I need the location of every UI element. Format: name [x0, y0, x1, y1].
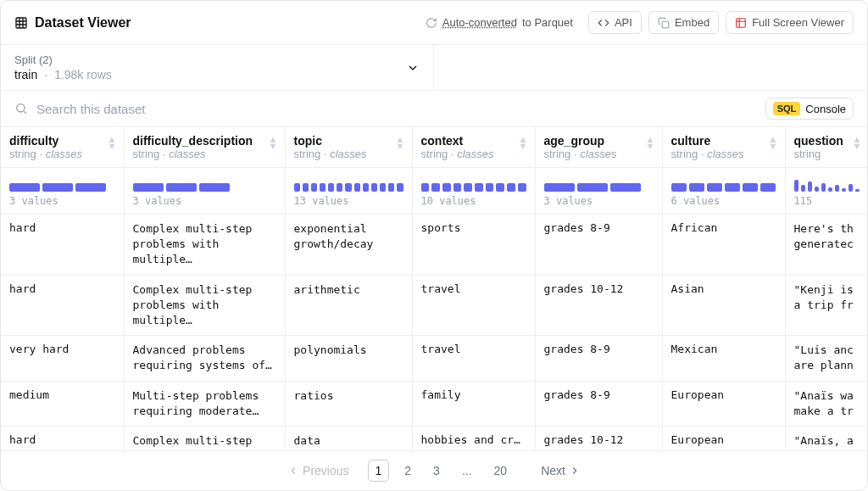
- cell-context: travel: [412, 336, 535, 381]
- column-stats-difficulty[interactable]: 3 values: [1, 168, 124, 215]
- column-type: string · classes: [294, 148, 403, 160]
- values-count: 3 values: [133, 195, 276, 207]
- page-1[interactable]: 1: [368, 460, 390, 482]
- split-rows: 1.98k rows: [54, 68, 112, 81]
- code-icon: [598, 17, 609, 29]
- sort-icon[interactable]: ▲▼: [396, 136, 405, 149]
- page-2[interactable]: 2: [398, 460, 418, 481]
- column-type: string · classes: [671, 148, 776, 160]
- cell-difficulty: very hard: [1, 336, 124, 381]
- embed-button[interactable]: Embed: [648, 11, 719, 34]
- cell-topic: arithmetic: [285, 275, 412, 336]
- column-header-context[interactable]: contextstring · classes▲▼: [412, 127, 535, 168]
- parquet-link[interactable]: Auto-converted to Parquet: [417, 12, 581, 33]
- column-stats-age_group[interactable]: 3 values: [535, 168, 662, 215]
- column-type: string · classes: [421, 148, 526, 160]
- sort-icon[interactable]: ▲▼: [646, 136, 655, 149]
- table-row[interactable]: very hardAdvanced problems requiring sys…: [1, 336, 867, 381]
- sort-icon[interactable]: ▲▼: [519, 136, 528, 149]
- table-row[interactable]: mediumMulti-step problems requiring mode…: [1, 381, 867, 426]
- api-label: API: [615, 16, 632, 29]
- column-stats-difficulty_description[interactable]: 3 values: [124, 168, 285, 215]
- cell-context: hobbies and crafts: [412, 426, 535, 450]
- cell-question: Here's th generatec: [785, 215, 867, 276]
- table-row[interactable]: hardComplex multi-step problems with mul…: [1, 275, 867, 336]
- cell-question: "Kenji is a trip fr: [785, 275, 867, 336]
- cell-culture: Mexican: [662, 336, 785, 381]
- page-20[interactable]: 20: [487, 460, 515, 481]
- dataset-viewer: Dataset Viewer Auto-converted to Parquet…: [0, 0, 868, 491]
- cell-age_group: grades 8-9: [535, 381, 662, 426]
- data-table-wrap: difficultystring · classes▲▼difficulty_d…: [1, 127, 867, 450]
- cell-age_group: grades 8-9: [535, 215, 662, 276]
- column-header-age_group[interactable]: age_groupstring · classes▲▼: [535, 127, 662, 168]
- cell-age_group: grades 8-9: [535, 336, 662, 381]
- cell-culture: African: [662, 215, 785, 276]
- split-right-empty: [434, 45, 867, 90]
- sort-icon[interactable]: ▲▼: [769, 136, 778, 149]
- title-text: Dataset Viewer: [35, 15, 131, 31]
- next-label: Next: [541, 464, 565, 477]
- cell-culture: European: [662, 381, 785, 426]
- sort-icon[interactable]: ▲▼: [108, 136, 117, 149]
- search-row: SQL Console: [1, 91, 867, 127]
- table-grid-icon: [14, 16, 28, 30]
- cell-topic: exponential growth/decay: [285, 215, 412, 276]
- column-header-culture[interactable]: culturestring · classes▲▼: [662, 127, 785, 168]
- svg-rect-5: [662, 21, 669, 28]
- fullscreen-button[interactable]: Full Screen Viewer: [726, 11, 854, 34]
- cell-difficulty_description: Multi-step problems requiring moderate…: [124, 381, 285, 426]
- sql-console-button[interactable]: SQL Console: [765, 98, 854, 120]
- parquet-suffix: to Parquet: [522, 16, 573, 29]
- page-3[interactable]: 3: [426, 460, 447, 481]
- column-stats-culture[interactable]: 6 values: [662, 168, 785, 215]
- column-stats-topic[interactable]: 13 values: [285, 168, 412, 215]
- cell-age_group: grades 10-12: [535, 426, 662, 450]
- column-name: question: [794, 134, 860, 148]
- column-header-difficulty[interactable]: difficultystring · classes▲▼: [1, 127, 124, 168]
- split-selector[interactable]: Split (2) train · 1.98k rows: [1, 45, 434, 90]
- table-row[interactable]: hardComplex multi-step problems with mul…: [1, 215, 867, 276]
- column-header-topic[interactable]: topicstring · classes▲▼: [285, 127, 412, 168]
- refresh-icon: [426, 17, 437, 29]
- chevron-right-icon: [569, 465, 581, 477]
- cell-question: "Anaïs wa make a tr: [785, 381, 867, 426]
- column-stats-row: 3 values3 values13 values10 values3 valu…: [1, 168, 867, 215]
- search-input[interactable]: [36, 102, 757, 116]
- column-header-difficulty_description[interactable]: difficulty_descriptionstring · classes▲▼: [124, 127, 285, 168]
- expand-icon: [735, 17, 747, 29]
- cell-difficulty: medium: [1, 381, 124, 426]
- copy-icon: [658, 17, 670, 29]
- api-button[interactable]: API: [588, 11, 642, 34]
- cell-difficulty_description: Complex multi-step problems with multipl…: [124, 275, 285, 336]
- cell-difficulty_description: Advanced problems requiring systems of…: [124, 336, 285, 381]
- cell-question: "Anaïs, a culinary: [785, 426, 867, 450]
- table-body: hardComplex multi-step problems with mul…: [1, 215, 867, 451]
- split-selector-row: Split (2) train · 1.98k rows: [1, 45, 867, 91]
- svg-line-10: [24, 111, 26, 114]
- column-header-question[interactable]: questionstring▲▼: [785, 127, 867, 168]
- column-stats-question[interactable]: 115: [785, 168, 867, 215]
- prev-page-button[interactable]: Previous: [281, 460, 355, 481]
- sort-icon[interactable]: ▲▼: [269, 136, 278, 149]
- split-label: Split (2): [14, 53, 420, 66]
- chevron-down-icon: [406, 61, 420, 75]
- fullscreen-label: Full Screen Viewer: [752, 16, 844, 29]
- column-stats-context[interactable]: 10 values: [412, 168, 535, 215]
- svg-rect-6: [737, 18, 746, 27]
- next-page-button[interactable]: Next: [534, 460, 587, 481]
- column-name: difficulty_description: [133, 134, 276, 148]
- page-title: Dataset Viewer: [14, 15, 131, 31]
- cell-culture: European: [662, 426, 785, 450]
- cell-question: "Luis anc are plann: [785, 336, 867, 381]
- sort-icon[interactable]: ▲▼: [853, 136, 862, 149]
- table-row[interactable]: hardComplex multi-step problems with mul…: [1, 426, 867, 450]
- values-count: 3 values: [9, 195, 115, 207]
- cell-difficulty_description: Complex multi-step problems with multipl…: [124, 215, 285, 276]
- sql-badge: SQL: [773, 102, 801, 115]
- cell-topic: data interpretation: [285, 426, 412, 450]
- cell-difficulty_description: Complex multi-step problems with multipl…: [124, 426, 285, 450]
- column-type: string · classes: [133, 148, 276, 160]
- column-type: string: [794, 148, 860, 160]
- cell-difficulty: hard: [1, 275, 124, 336]
